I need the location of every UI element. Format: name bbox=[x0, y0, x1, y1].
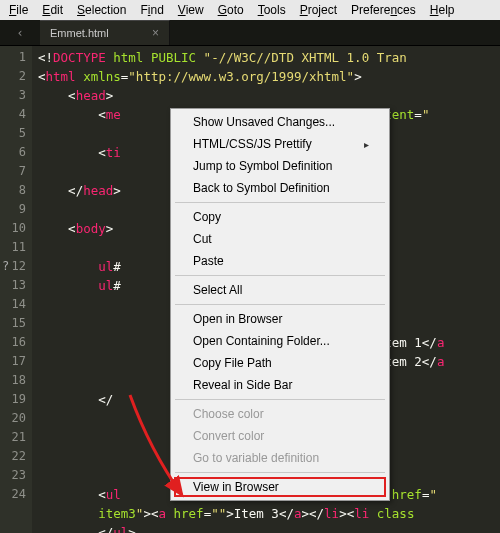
menu-project[interactable]: Project bbox=[293, 1, 344, 19]
line-number: 5 bbox=[0, 124, 26, 143]
context-menu-item[interactable]: Paste bbox=[173, 250, 387, 272]
line-number: 19 bbox=[0, 390, 26, 409]
menu-goto[interactable]: Goto bbox=[211, 1, 251, 19]
menu-separator bbox=[175, 304, 385, 305]
code-line[interactable]: item3"><a href="">Item 3</a></li><li cla… bbox=[38, 504, 500, 523]
context-menu-item: Convert color bbox=[173, 425, 387, 447]
line-number: 16 bbox=[0, 333, 26, 352]
context-menu-label: Open in Browser bbox=[193, 312, 282, 326]
context-menu-label: Back to Symbol Definition bbox=[193, 181, 330, 195]
line-number: 8 bbox=[0, 181, 26, 200]
context-menu-item[interactable]: Copy File Path bbox=[173, 352, 387, 374]
tab-title: Emmet.html bbox=[50, 27, 109, 39]
context-menu-label: Cut bbox=[193, 232, 212, 246]
line-number: 4 bbox=[0, 105, 26, 124]
line-number: 11 bbox=[0, 238, 26, 257]
context-menu-label: HTML/CSS/JS Prettify bbox=[193, 137, 312, 151]
line-number: 24 bbox=[0, 485, 26, 504]
line-number: 2 bbox=[0, 67, 26, 86]
tab-bar: ‹ Emmet.html × bbox=[0, 20, 500, 46]
line-number: 18 bbox=[0, 371, 26, 390]
menu-separator bbox=[175, 202, 385, 203]
code-line[interactable]: </ul> bbox=[38, 523, 500, 533]
context-menu-label: Choose color bbox=[193, 407, 264, 421]
context-menu-label: View in Browser bbox=[193, 480, 279, 494]
submenu-arrow-icon: ▸ bbox=[364, 139, 369, 150]
code-line[interactable]: <head> bbox=[38, 86, 500, 105]
line-number: 7 bbox=[0, 162, 26, 181]
context-menu-item[interactable]: Copy bbox=[173, 206, 387, 228]
menu-file[interactable]: File bbox=[2, 1, 35, 19]
chevron-left-icon: ‹ bbox=[16, 26, 23, 40]
menu-separator bbox=[175, 275, 385, 276]
menu-help[interactable]: Help bbox=[423, 1, 462, 19]
menu-separator bbox=[175, 472, 385, 473]
context-menu-item[interactable]: Back to Symbol Definition bbox=[173, 177, 387, 199]
close-icon[interactable]: × bbox=[152, 26, 159, 40]
menu-tools[interactable]: Tools bbox=[251, 1, 293, 19]
code-line[interactable]: <html xmlns="http://www.w3.org/1999/xhtm… bbox=[38, 67, 500, 86]
line-number: 15 bbox=[0, 314, 26, 333]
context-menu-item[interactable]: Reveal in Side Bar bbox=[173, 374, 387, 396]
line-number: 10 bbox=[0, 219, 26, 238]
context-menu-label: Convert color bbox=[193, 429, 264, 443]
context-menu-item[interactable]: View in Browser bbox=[173, 476, 387, 498]
context-menu-label: Copy bbox=[193, 210, 221, 224]
line-number: 20 bbox=[0, 409, 26, 428]
menu-separator bbox=[175, 399, 385, 400]
line-number: 17 bbox=[0, 352, 26, 371]
menu-edit[interactable]: Edit bbox=[35, 1, 70, 19]
context-menu-item[interactable]: Select All bbox=[173, 279, 387, 301]
context-menu-label: Paste bbox=[193, 254, 224, 268]
context-menu-label: Show Unsaved Changes... bbox=[193, 115, 335, 129]
context-menu-item[interactable]: Cut bbox=[173, 228, 387, 250]
line-number: 9 bbox=[0, 200, 26, 219]
context-menu-label: Select All bbox=[193, 283, 242, 297]
context-menu-item[interactable]: Open Containing Folder... bbox=[173, 330, 387, 352]
context-menu: Show Unsaved Changes...HTML/CSS/JS Prett… bbox=[170, 108, 390, 501]
context-menu-item[interactable]: Jump to Symbol Definition bbox=[173, 155, 387, 177]
line-number: 12 bbox=[0, 257, 26, 276]
line-number: 3 bbox=[0, 86, 26, 105]
line-number: 1 bbox=[0, 48, 26, 67]
code-line[interactable]: <!DOCTYPE html PUBLIC "-//W3C//DTD XHTML… bbox=[38, 48, 500, 67]
tab-active[interactable]: Emmet.html × bbox=[40, 20, 170, 45]
context-menu-item[interactable]: HTML/CSS/JS Prettify▸ bbox=[173, 133, 387, 155]
line-number: 13 bbox=[0, 276, 26, 295]
line-number bbox=[0, 504, 26, 523]
context-menu-label: Go to variable definition bbox=[193, 451, 319, 465]
line-number: 22 bbox=[0, 447, 26, 466]
line-number: 6 bbox=[0, 143, 26, 162]
context-menu-item[interactable]: Show Unsaved Changes... bbox=[173, 111, 387, 133]
gutter: 123456789101112131415161718192021222324 bbox=[0, 46, 32, 533]
menu-find[interactable]: Find bbox=[133, 1, 170, 19]
line-number: 21 bbox=[0, 428, 26, 447]
line-number bbox=[0, 523, 26, 533]
menu-bar: FileEditSelectionFindViewGotoToolsProjec… bbox=[0, 0, 500, 20]
context-menu-item: Go to variable definition bbox=[173, 447, 387, 469]
context-menu-label: Copy File Path bbox=[193, 356, 272, 370]
tab-scroll-left[interactable]: ‹ bbox=[0, 20, 40, 45]
context-menu-label: Reveal in Side Bar bbox=[193, 378, 292, 392]
context-menu-label: Jump to Symbol Definition bbox=[193, 159, 332, 173]
context-menu-item[interactable]: Open in Browser bbox=[173, 308, 387, 330]
menu-view[interactable]: View bbox=[171, 1, 211, 19]
context-menu-item: Choose color bbox=[173, 403, 387, 425]
menu-preferences[interactable]: Preferences bbox=[344, 1, 423, 19]
context-menu-label: Open Containing Folder... bbox=[193, 334, 330, 348]
line-number: 23 bbox=[0, 466, 26, 485]
line-number: 14 bbox=[0, 295, 26, 314]
menu-selection[interactable]: Selection bbox=[70, 1, 133, 19]
